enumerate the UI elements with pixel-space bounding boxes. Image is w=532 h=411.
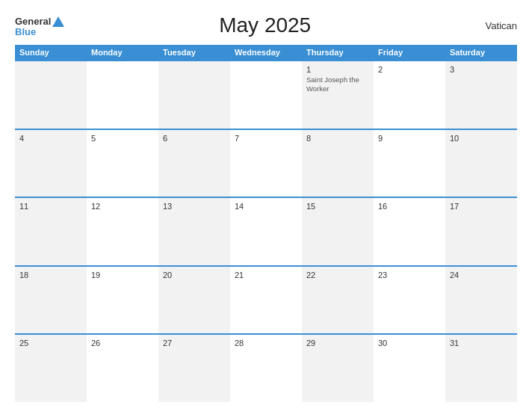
day-number: 12 [91,202,154,211]
day-number: 4 [19,134,82,143]
day-number: 30 [378,339,441,347]
cell-w5-d3: 27 [158,335,230,402]
cell-w2-d6: 9 [374,130,445,197]
cell-w3-d2: 12 [87,198,158,265]
calendar-header: Sunday Monday Tuesday Wednesday Thursday… [15,45,517,60]
cell-w1-d6: 2 [374,61,445,129]
cell-w5-d2: 26 [87,335,158,402]
day-number: 29 [306,339,369,347]
cell-w3-d5: 15 [302,198,374,265]
holiday-name: Saint Joseph the Worker [306,75,369,94]
svg-marker-0 [52,16,64,27]
cell-w4-d4: 21 [230,267,302,334]
week-4: 18192021222324 [15,265,517,334]
day-number: 26 [91,339,154,347]
day-number: 19 [91,271,154,279]
day-number: 31 [450,339,513,347]
cell-w4-d7: 24 [445,267,517,334]
day-number: 13 [163,202,226,211]
day-number: 5 [91,134,154,143]
cell-w1-d2 [87,61,158,129]
day-number: 7 [235,134,297,143]
cell-w2-d5: 8 [302,130,374,197]
day-number: 24 [450,271,513,279]
week-1: 1Saint Joseph the Worker23 [15,60,517,129]
cell-w5-d6: 30 [374,335,445,402]
month-title: May 2025 [65,13,465,37]
day-number: 18 [19,271,82,279]
cell-w1-d3 [158,61,230,129]
cell-w1-d5: 1Saint Joseph the Worker [302,61,374,129]
cell-w5-d4: 28 [230,335,302,402]
day-number: 9 [378,134,441,143]
header-thursday: Thursday [302,45,374,60]
day-number: 22 [306,271,369,279]
calendar-body: 1Saint Joseph the Worker2345678910111213… [15,60,517,402]
header-wednesday: Wednesday [230,45,302,60]
header-monday: Monday [87,45,158,60]
logo-general-text: General [15,16,51,26]
day-number: 3 [450,65,513,74]
cell-w4-d3: 20 [158,267,230,334]
cell-w4-d1: 18 [15,267,87,334]
day-number: 25 [19,339,82,347]
calendar-page: General Blue May 2025 Vatican Sunday Mon… [0,0,532,411]
header: General Blue May 2025 Vatican [15,13,517,37]
country-label: Vatican [465,20,517,31]
cell-w5-d5: 29 [302,335,374,402]
day-number: 6 [163,134,226,143]
cell-w5-d1: 25 [15,335,87,402]
cell-w2-d2: 5 [87,130,158,197]
cell-w2-d7: 10 [445,130,517,197]
cell-w1-d1 [15,61,87,129]
day-number: 23 [378,271,441,279]
cell-w3-d6: 16 [374,198,445,265]
cell-w4-d6: 23 [374,267,445,334]
day-number: 15 [306,202,369,211]
day-number: 17 [450,202,513,211]
cell-w3-d7: 17 [445,198,517,265]
week-2: 45678910 [15,129,517,197]
day-number: 11 [19,202,82,211]
week-3: 11121314151617 [15,197,517,265]
day-number: 21 [235,271,297,279]
header-sunday: Sunday [15,45,87,60]
cell-w5-d7: 31 [445,335,517,402]
day-number: 14 [235,202,297,211]
day-number: 28 [235,339,297,347]
header-saturday: Saturday [445,45,517,60]
logo: General Blue [15,15,65,37]
header-tuesday: Tuesday [158,45,230,60]
header-friday: Friday [374,45,445,60]
week-5: 25262728293031 [15,333,517,402]
cell-w4-d5: 22 [302,267,374,334]
cell-w3-d3: 13 [158,198,230,265]
day-number: 2 [378,65,441,74]
day-number: 1 [306,65,369,74]
day-number: 10 [450,134,513,143]
cell-w2-d3: 6 [158,130,230,197]
cell-w2-d1: 4 [15,130,87,197]
day-number: 27 [163,339,226,347]
cell-w1-d7: 3 [445,61,517,129]
logo-blue-text: Blue [15,27,65,37]
day-number: 16 [378,202,441,211]
day-number: 20 [163,271,226,279]
cell-w2-d4: 7 [230,130,302,197]
cell-w3-d1: 11 [15,198,87,265]
day-number: 8 [306,134,369,143]
cell-w1-d4 [230,61,302,129]
calendar: Sunday Monday Tuesday Wednesday Thursday… [15,45,517,402]
cell-w4-d2: 19 [87,267,158,334]
cell-w3-d4: 14 [230,198,302,265]
